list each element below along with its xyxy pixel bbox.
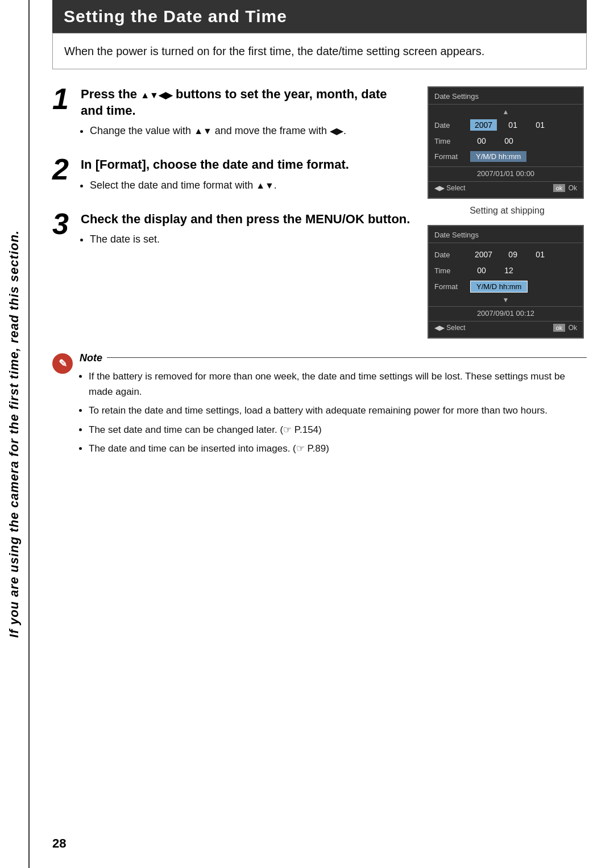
step-3-number: 3 bbox=[52, 209, 74, 239]
screen-1-date-row: Date 2007 01 01 bbox=[429, 117, 583, 133]
note-list: If the battery is removed for more than … bbox=[89, 369, 587, 456]
screen-2-time-label: Time bbox=[434, 266, 466, 275]
screen-1-time-row: Time 00 00 bbox=[429, 133, 583, 149]
step-1-content: Press the ▲▼◀▶ buttons to set the year, … bbox=[81, 86, 410, 141]
screen-1-datetime: 2007/01/01 00:00 bbox=[429, 166, 583, 180]
screen-1: Date Settings ▲ Date 2007 01 01 Time 00 … bbox=[428, 86, 584, 199]
intro-box: When the power is turned on for the firs… bbox=[52, 33, 587, 69]
content-area: 1 Press the ▲▼◀▶ buttons to set the year… bbox=[52, 86, 587, 341]
step-3-bullets: The date is set. bbox=[90, 232, 410, 247]
step-3-content: Check the display and then press the MEN… bbox=[81, 211, 410, 250]
sidebar: If you are using the camera for the firs… bbox=[0, 0, 30, 868]
intro-text: When the power is turned on for the firs… bbox=[64, 45, 484, 57]
note-bullet-2: To retain the date and time settings, lo… bbox=[89, 403, 587, 418]
page-title: Setting the Date and Time bbox=[64, 7, 575, 26]
screenshots-column: Date Settings ▲ Date 2007 01 01 Time 00 … bbox=[428, 86, 587, 341]
step-3-title: Check the display and then press the MEN… bbox=[81, 211, 410, 228]
screen-1-ok-badge: ok bbox=[553, 184, 566, 192]
screen-2-time-v1: 00 bbox=[470, 265, 493, 276]
note-dashes bbox=[107, 357, 587, 358]
screen-2-footer-ok-area: ok Ok bbox=[553, 324, 577, 332]
screen-2-time-row: Time 00 12 bbox=[429, 262, 583, 278]
screen-1-date-v1: 2007 bbox=[470, 119, 497, 131]
screen-1-arrow-up: ▲ bbox=[429, 108, 583, 116]
screen-2-format-row: Format Y/M/D hh:mm bbox=[429, 278, 583, 295]
screen-1-date-v3: 01 bbox=[529, 119, 551, 131]
note-content: Note If the battery is removed for more … bbox=[80, 352, 587, 460]
screen-2-date-v3: 01 bbox=[529, 249, 551, 260]
screen-2-footer-select: ◀▶ Select bbox=[434, 324, 466, 332]
note-title-line: Note bbox=[80, 352, 587, 364]
note-icon-symbol: ✎ bbox=[59, 357, 67, 370]
step-1-title: Press the ▲▼◀▶ buttons to set the year, … bbox=[81, 86, 410, 119]
step-2-bullets: Select the date and time format with ▲▼. bbox=[90, 178, 349, 193]
step-2-block: 2 In [Format], choose the date and time … bbox=[52, 157, 410, 195]
step-3-bullet-1: The date is set. bbox=[90, 232, 410, 247]
note-bullet-1: If the battery is removed for more than … bbox=[89, 369, 587, 399]
step-1-number: 1 bbox=[52, 84, 74, 114]
steps-column: 1 Press the ▲▼◀▶ buttons to set the year… bbox=[52, 86, 410, 341]
sidebar-text: If you are using the camera for the firs… bbox=[7, 230, 22, 638]
step-1-block: 1 Press the ▲▼◀▶ buttons to set the year… bbox=[52, 86, 410, 141]
note-icon: ✎ bbox=[52, 353, 73, 374]
screen-1-footer-ok-area: ok Ok bbox=[553, 184, 577, 192]
screen-2-date-v1: 2007 bbox=[470, 249, 497, 260]
screen-1-ok-label: Ok bbox=[569, 184, 577, 192]
screen-1-footer: ◀▶ Select ok Ok bbox=[429, 181, 583, 193]
screen-2-arrow-down: ▼ bbox=[429, 296, 583, 304]
screen-1-format-label: Format bbox=[434, 152, 466, 161]
screen-2-ok-label: Ok bbox=[569, 324, 577, 332]
screen-2-time-v2: 12 bbox=[497, 265, 520, 276]
step-2-number: 2 bbox=[52, 155, 74, 184]
note-title: Note bbox=[80, 352, 102, 364]
step-1-bullets: Change the value with ▲▼ and move the fr… bbox=[90, 123, 410, 139]
note-section: ✎ Note If the battery is removed for mor… bbox=[52, 352, 587, 460]
step-3-block: 3 Check the display and then press the M… bbox=[52, 211, 410, 250]
main-content: Setting the Date and Time When the power… bbox=[30, 0, 614, 868]
screen-1-format-value: Y/M/D hh:mm bbox=[470, 151, 526, 162]
screen-2-format-value: Y/M/D hh:mm bbox=[470, 281, 528, 293]
step-2-bullet-1: Select the date and time format with ▲▼. bbox=[90, 178, 349, 193]
note-bullet-3: The set date and time can be changed lat… bbox=[89, 422, 587, 437]
screen-2-ok-badge: ok bbox=[553, 324, 566, 332]
screen-2-date-row: Date 2007 09 01 bbox=[429, 247, 583, 262]
step-2-title: In [Format], choose the date and time fo… bbox=[81, 157, 349, 173]
screen-2-datetime: 2007/09/01 00:12 bbox=[429, 306, 583, 320]
screen-1-time-label: Time bbox=[434, 137, 466, 145]
screen-1-time-v2: 00 bbox=[497, 135, 520, 147]
header-bar: Setting the Date and Time bbox=[52, 0, 587, 33]
screen-2-footer: ◀▶ Select ok Ok bbox=[429, 321, 583, 333]
screen-2-date-v2: 09 bbox=[501, 249, 524, 260]
step-2-content: In [Format], choose the date and time fo… bbox=[81, 157, 349, 195]
screen-2-date-label: Date bbox=[434, 251, 466, 259]
setting-at-shipping-label: Setting at shipping bbox=[428, 206, 587, 216]
screen-1-date-v2: 01 bbox=[501, 119, 524, 131]
note-bullet-4: The date and time can be inserted into i… bbox=[89, 441, 587, 456]
screen-1-time-v1: 00 bbox=[470, 135, 493, 147]
step-1-bullet-1: Change the value with ▲▼ and move the fr… bbox=[90, 123, 410, 139]
screen-1-footer-select: ◀▶ Select bbox=[434, 184, 466, 192]
page-number: 28 bbox=[52, 836, 66, 851]
screen-2-title: Date Settings bbox=[429, 231, 583, 243]
screen-2: Date Settings Date 2007 09 01 Time 00 12… bbox=[428, 225, 584, 339]
screen-1-format-row: Format Y/M/D hh:mm bbox=[429, 149, 583, 164]
screen-2-format-label: Format bbox=[434, 282, 466, 291]
screen-1-title: Date Settings bbox=[429, 92, 583, 105]
screen-1-date-label: Date bbox=[434, 121, 466, 130]
